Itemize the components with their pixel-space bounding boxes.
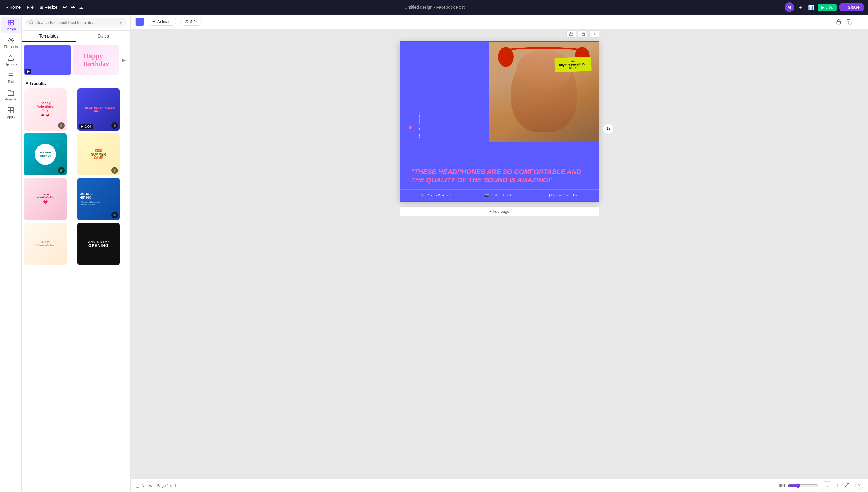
sidebar-item-design[interactable]: Design: [1, 17, 21, 33]
featured-row: ▶ HappyBirthday ▶: [24, 45, 128, 75]
title-text: Untitled design - Facebook Post: [404, 5, 464, 10]
fullscreen-icon: [844, 483, 849, 488]
featured-template-headphones[interactable]: ▶: [24, 45, 71, 75]
share-label: Share: [848, 5, 860, 10]
search-input-wrap: [25, 18, 127, 27]
canvas-lock-button[interactable]: [566, 30, 576, 38]
bottom-bar: Notes Page 1 of 1 66% 1 ?: [131, 479, 868, 492]
template-card[interactable]: HAPPYValentine's Day: [24, 223, 67, 265]
zoom-percent: 66%: [777, 483, 786, 488]
play-icon-small: ▶: [27, 69, 30, 73]
file-label: File: [27, 5, 33, 10]
text-icon: [7, 72, 14, 79]
resize-button[interactable]: ⊞ Resize: [37, 4, 60, 11]
page-prev-button[interactable]: [823, 482, 832, 490]
sidebar-item-projects[interactable]: Projects: [1, 87, 21, 103]
add-collaborator-button[interactable]: ＋: [797, 2, 805, 12]
svg-line-24: [847, 483, 849, 485]
crown-badge-2: ♛: [111, 122, 118, 129]
zoom-controls: 66%: [777, 483, 818, 488]
uploads-icon: [7, 54, 14, 61]
analytics-button[interactable]: 📊: [807, 3, 815, 11]
zoom-slider[interactable]: [788, 483, 818, 488]
notes-button[interactable]: Notes: [135, 483, 152, 488]
template-card[interactable]: "THESE HEADPHONES ARE... ▶ 0:04 ♛: [77, 88, 120, 131]
play-overlay: ▶: [25, 69, 31, 74]
sidebar-label-uploads: Uploads: [4, 62, 17, 66]
photo-area: [489, 42, 598, 142]
twitter-social: 🐦 Rhythm Reverb Co.: [421, 193, 453, 197]
play-label: 5.0s: [826, 5, 833, 10]
notes-icon: [135, 484, 140, 488]
sidebar-item-uploads[interactable]: Uploads: [1, 52, 21, 68]
clock-icon: ⏱: [184, 19, 188, 24]
topbar-right: M ＋ 📊 ▶ 5.0s ↑ Share: [785, 2, 865, 12]
redo-icon: ↪: [71, 4, 75, 10]
svg-rect-7: [11, 108, 13, 110]
more-options-button[interactable]: [855, 18, 863, 26]
avatar: M: [785, 2, 794, 12]
instagram-social: 📷 Rhythm Reverb Co.: [485, 193, 517, 197]
add-icon: [592, 32, 596, 36]
fullscreen-button[interactable]: [843, 482, 850, 490]
svg-rect-21: [582, 33, 585, 36]
play-button[interactable]: ▶ 5.0s: [818, 4, 837, 11]
main-layout: Design Elements Uploads Text Projects Ap…: [0, 15, 868, 492]
crown-badge-3: ♛: [58, 167, 65, 174]
duration-button[interactable]: ⏱ 5.0s: [180, 18, 202, 26]
duplicate-button[interactable]: [845, 18, 853, 26]
filter-icon[interactable]: [118, 20, 123, 25]
canvas-add-button[interactable]: [589, 30, 599, 38]
template-card[interactable]: WE AREHIRING • Graphic Designer • Video …: [77, 178, 120, 220]
design-icon: [7, 19, 14, 26]
topbar: ◂ Home File ⊞ Resize ↩ ↪ ☁ Untitled desi…: [0, 0, 868, 15]
play-icon: ▶: [821, 5, 824, 10]
color-swatch[interactable]: [135, 18, 144, 26]
add-page-button[interactable]: + Add page: [400, 206, 599, 216]
svg-rect-9: [11, 111, 13, 113]
instagram-icon: 📷: [485, 193, 489, 197]
share-button[interactable]: ↑ Share: [839, 3, 864, 11]
help-button[interactable]: ?: [855, 482, 863, 490]
canvas-toolbar-right: [835, 18, 863, 26]
svg-rect-6: [8, 108, 10, 110]
canvas-wrapper: RHYTHM REVERB CO. Visit Rhythm Reverb Co…: [400, 41, 599, 216]
tab-styles[interactable]: Styles: [76, 30, 131, 42]
page-indicator: Page 1 of 1: [157, 483, 177, 488]
search-bar: [22, 15, 130, 30]
plus-icon: ＋: [798, 4, 803, 11]
home-button[interactable]: ◂ Home: [4, 4, 23, 11]
redo-button[interactable]: ↪: [69, 3, 76, 12]
canvas-duplicate-button[interactable]: [578, 30, 588, 38]
sidebar-item-apps[interactable]: Apps: [1, 105, 21, 121]
resize-icon: ⊞: [40, 5, 43, 10]
cloud-icon: ☁: [79, 4, 83, 10]
crown-badge-4: ♛: [111, 167, 118, 174]
undo-button[interactable]: ↩: [61, 3, 68, 12]
canvas-frame[interactable]: RHYTHM REVERB CO. Visit Rhythm Reverb Co…: [400, 41, 599, 201]
crown-badge: ♛: [58, 122, 65, 129]
animate-button[interactable]: ✦ Animate: [148, 18, 176, 26]
featured-template-birthday[interactable]: HappyBirthday: [73, 45, 120, 75]
sidebar-label-elements: Elements: [4, 45, 18, 48]
save-cloud-button[interactable]: ☁: [77, 3, 85, 11]
template-card[interactable]: HappyValentinesDay ❤ ❤ ♛: [24, 88, 67, 131]
rotate-button[interactable]: ↻: [603, 123, 614, 134]
template-card[interactable]: WHATS NEW?OPENING: [77, 223, 120, 265]
search-input[interactable]: [36, 20, 116, 25]
sidebar-item-elements[interactable]: Elements: [1, 34, 21, 51]
scroll-right-button[interactable]: ▶: [122, 45, 128, 75]
template-card[interactable]: HappyValentine's Day ❤: [24, 178, 67, 220]
facebook-icon: f: [549, 194, 550, 197]
file-button[interactable]: File: [24, 4, 36, 11]
vertical-text: RHYTHM REVERB CO.: [418, 105, 421, 138]
canvas-top-controls: [566, 30, 599, 38]
template-card[interactable]: KIDS SUMMER CAMP ♛: [77, 133, 120, 175]
svg-rect-3: [11, 23, 13, 25]
svg-point-10: [30, 21, 33, 24]
template-card[interactable]: WE AREHIRING! ♛: [24, 133, 67, 175]
tab-templates[interactable]: Templates: [22, 30, 76, 42]
sidebar-icons: Design Elements Uploads Text Projects Ap…: [0, 15, 22, 492]
sidebar-item-text[interactable]: Text: [1, 70, 21, 86]
lock-button[interactable]: [835, 18, 843, 26]
